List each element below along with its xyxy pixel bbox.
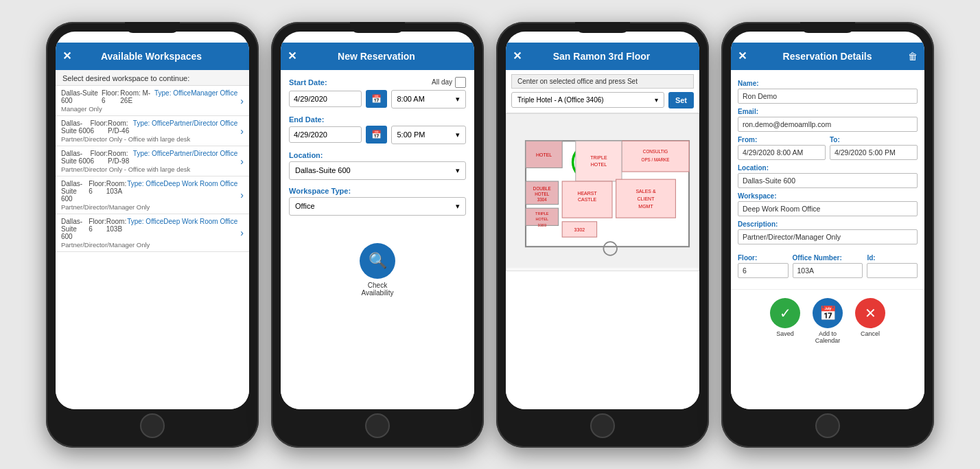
close-icon[interactable]: ✕ [288,49,296,62]
to-col: To: [830,132,918,160]
workspace-type-select[interactable]: Office ▾ [289,197,466,216]
chevron-right-icon: › [240,190,244,201]
list-item[interactable]: Deep Work Room Office Type: Office Dalla… [56,176,249,214]
svg-text:HOTEL: HOTEL [536,152,552,157]
all-day-label: All day [432,77,466,88]
home-button[interactable] [140,413,165,438]
end-date-label: End Date: [289,115,466,124]
workspace-item-note: Manager Only [61,105,237,113]
saved-label: Saved [776,330,794,337]
workspace-item-content: Manager Office Type: Office Dallas-Suite… [61,89,237,113]
workspace-item-note: Partner/Director Only - Office with larg… [61,165,237,173]
list-item[interactable]: Manager Office Type: Office Dallas-Suite… [56,86,249,116]
phone-2-title: New Reservation [296,51,456,62]
location-input[interactable] [738,173,918,188]
email-input[interactable] [738,117,918,132]
list-item[interactable]: Partner/Director Office Type: Office Dal… [56,116,249,146]
floor-map-canvas[interactable]: HOTEL CONSULTIG OPS / MARKE TRIPLE HOTEL [506,113,699,271]
phone-2-header: ✕ New Reservation [281,43,474,70]
svg-text:SALES &: SALES & [635,188,656,193]
add-to-calendar-button[interactable]: 📅 Add toCalendar [813,298,843,344]
home-button[interactable] [815,413,840,438]
svg-text:3302: 3302 [574,227,585,231]
from-label: From: [738,136,826,144]
start-date-calendar-button[interactable]: 📅 [366,90,387,108]
svg-text:TRIPLE: TRIPLE [590,155,607,159]
home-button[interactable] [365,413,390,438]
phone-2-screen: ✕ New Reservation Start Date: All day 4/… [281,32,474,409]
check-availability-label: CheckAvailability [361,282,393,297]
start-time-select[interactable]: 8:00 AM ▾ [391,90,467,108]
home-button[interactable] [590,413,615,438]
name-label: Name: [738,80,918,87]
from-col: From: [738,132,826,160]
start-date-row: 4/29/2020 📅 8:00 AM ▾ [289,90,466,108]
calendar-label: Add toCalendar [815,330,841,344]
phone-3-content: ✕ San Ramon 3rd Floor Center on selected… [506,43,699,409]
start-date-section: Start Date: All day 4/29/2020 📅 8:00 AM … [281,70,474,229]
floor-label: Floor: [738,254,789,262]
check-availability-button[interactable]: 🔍 CheckAvailability [360,243,395,297]
office-number-label: Office Number: [793,254,863,262]
id-input[interactable] [867,263,918,278]
phone-3-screen: ✕ San Ramon 3rd Floor Center on selected… [506,32,699,409]
location-select[interactable]: Dallas-Suite 600 ▾ [289,161,466,180]
map-search-bar: Center on selected office and press Set … [506,70,699,113]
svg-text:DOUBLE: DOUBLE [533,185,551,190]
floor-office-id-row: Floor: Office Number: Id: [738,250,918,278]
phone-1-header: ✕ Available Workspaces [56,43,249,70]
workspace-label: Workspace: [738,192,918,200]
close-icon[interactable]: ✕ [62,49,71,62]
start-date-input[interactable]: 4/29/2020 [289,91,362,107]
close-icon[interactable]: ✕ [513,49,522,62]
phone-4-header: ✕ Reservation Details 🗑 [731,43,924,70]
cancel-icon: ✕ [855,298,885,328]
name-input[interactable] [738,89,918,104]
workspace-item-note: Partner/Director Only - Office with larg… [61,135,237,143]
workspace-item-content: Deep Work Room Office Type: Office Dalla… [61,180,237,211]
phone-3-title: San Ramon 3rd Floor [522,51,681,62]
check-availability-icon: 🔍 [360,243,395,279]
description-input[interactable] [738,229,918,244]
phone-4-body: Name: Email: From: To: [731,70,924,409]
workspace-item-row2: Dallas-Suite 600 Floor: 6 Room: 103A [61,180,127,203]
map-search-hint: Center on selected office and press Set [511,74,694,89]
end-time-select[interactable]: 5:00 PM ▾ [391,126,467,144]
id-label: Id: [867,254,918,262]
map-office-dropdown[interactable]: Triple Hotel - A (Office 3406) ▾ [511,92,664,108]
workspace-subtitle: Select desired workspace to continue: [56,70,249,86]
reservation-detail-form: Name: Email: From: To: [731,70,924,284]
location-label: Location: [289,151,466,159]
trash-icon[interactable]: 🗑 [908,51,918,62]
from-input[interactable] [738,145,826,160]
to-input[interactable] [830,145,918,160]
office-number-input[interactable] [793,263,863,278]
phone-2-content: ✕ New Reservation Start Date: All day 4/… [281,43,474,409]
close-icon[interactable]: ✕ [738,49,747,62]
phone-4-top-bar [800,22,855,33]
svg-text:3304: 3304 [537,197,548,202]
list-item[interactable]: Deep Work Room Office Type: Office Dalla… [56,214,249,252]
cancel-button[interactable]: ✕ Cancel [855,298,885,344]
floor-input[interactable] [738,263,789,278]
svg-text:TRIPLE: TRIPLE [535,211,549,216]
end-date-input[interactable]: 4/29/2020 [289,126,362,143]
from-to-row: From: To: [738,132,918,160]
workspace-item-content: Partner/Director Office Type: Office Dal… [61,119,237,143]
saved-button[interactable]: ✓ Saved [770,298,800,344]
all-day-checkbox[interactable] [455,77,466,88]
phone-4-title: Reservation Details [747,51,908,62]
svg-text:CASTLE: CASTLE [578,197,597,202]
svg-text:HOTEL: HOTEL [591,161,607,166]
workspace-item-note: Partner/Director/Manager Only [61,203,237,211]
id-col: Id: [867,250,918,278]
svg-text:HOTEL: HOTEL [535,192,549,196]
end-date-calendar-button[interactable]: 📅 [366,126,387,144]
phone-2: ✕ New Reservation Start Date: All day 4/… [271,22,484,448]
map-set-button[interactable]: Set [668,92,694,108]
svg-text:3303: 3303 [538,222,546,227]
svg-text:HEARST: HEARST [577,190,597,195]
phone-3-header: ✕ San Ramon 3rd Floor [506,43,699,70]
workspace-input[interactable] [738,201,918,216]
list-item[interactable]: Partner/Director Office Type: Office Dal… [56,146,249,176]
